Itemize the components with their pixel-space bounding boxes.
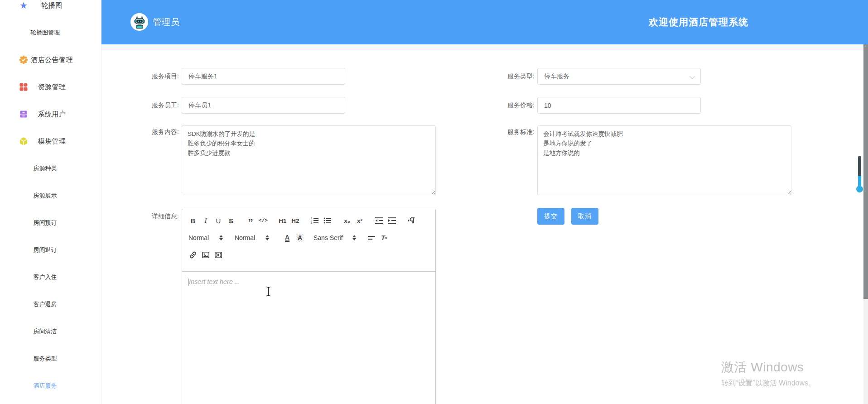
sidebar-item-customer-checkout[interactable]: 客户退房 [0,291,101,318]
sidebar-item-system-users[interactable]: 系统用户 [0,101,101,128]
sidebar-item-label: 房间退订 [7,246,83,254]
header-picker-value: Normal [235,234,255,241]
superscript-button[interactable]: x² [353,215,366,226]
size-picker[interactable]: Normal [187,234,225,241]
clean-format-button[interactable]: Tx [378,232,391,243]
toolbar-row-1: B I U S ” </> H1 H2 [187,214,431,227]
service-staff-input[interactable] [182,97,345,114]
service-standard-textarea[interactable]: 会计师考试就发你速度快减肥 是地方你说的发了 是地方你说的 [537,125,791,195]
italic-button[interactable]: I [199,215,212,226]
ordered-list-button[interactable]: 123 [309,215,321,226]
header-picker[interactable]: Normal [233,234,271,241]
subscript-button[interactable]: x₂ [341,215,353,226]
editor-caret [188,279,188,286]
scrollbar-thumb[interactable] [863,44,868,299]
sidebar-item-label: 房源展示 [7,192,83,200]
header-2-button[interactable]: H2 [289,215,302,226]
text-color-button[interactable]: A [281,232,294,243]
scroll-indicator-dot[interactable] [856,186,863,192]
sidebar-item-label: 房间清洁 [7,327,83,336]
toolbar-row-3 [187,248,431,262]
sidebar-item-label: 资源管理 [19,83,85,91]
picker-arrows-icon [219,235,223,240]
admin-username: 管理员 [153,0,180,44]
sidebar-item-label: 房源种类 [7,164,83,173]
service-content-label: 服务内容: [109,128,179,136]
underline-button[interactable]: U [212,215,225,226]
video-button[interactable] [212,250,225,260]
service-staff-label: 服务员工: [109,101,179,110]
background-color-button[interactable]: A [294,232,306,243]
sidebar: ★ 轮播图 轮播图管理 [0,0,101,404]
sidebar-item-label: 客户入住 [7,273,83,281]
rich-text-editor: B I U S ” </> H1 H2 [182,209,436,404]
sidebar-item-resource-manage[interactable]: 资源管理 [0,73,101,101]
editor-toolbar: B I U S ” </> H1 H2 [182,209,435,272]
sidebar-item-room-booking[interactable]: 房间预订 [0,209,101,236]
indent-button[interactable] [386,215,398,226]
service-content-textarea[interactable]: SDK防溺水的了开发的是 胜多负少的积分李女士的 胜多负少进度款 [182,125,436,195]
code-block-button[interactable]: </> [257,215,270,226]
font-picker[interactable]: Sans Serif [312,234,358,241]
sidebar-item-label: 服务类型 [7,355,83,363]
sidebar-item-carousel-manage[interactable]: 轮播图管理 [0,19,101,46]
size-picker-value: Normal [188,234,209,241]
editor-placeholder: Insert text here ... [189,278,240,285]
submit-button[interactable]: 提交 [537,208,564,225]
content-top-strip [101,44,863,50]
service-type-label: 服务类型: [462,72,535,81]
font-picker-value: Sans Serif [313,234,343,241]
sidebar-item-hotel-notice[interactable]: 酒店公告管理 [0,46,101,73]
bold-button[interactable]: B [187,215,199,226]
sidebar-item-label: 轮播图管理 [7,29,83,37]
picker-arrows-icon [265,235,269,240]
chevron-down-icon [690,75,694,79]
detail-info-label: 详细信息: [109,212,179,221]
strikethrough-button[interactable]: S [225,215,237,226]
cancel-button[interactable]: 取消 [571,208,598,225]
service-price-input[interactable] [537,97,701,114]
sidebar-item-label: 酒店公告管理 [19,56,85,64]
welcome-title: 欢迎使用酒店管理系统 [649,0,748,44]
hotel-admin-app: ★ 轮播图 轮播图管理 [0,0,868,404]
top-header: 管理员 欢迎使用酒店管理系统 [101,0,868,44]
header-1-button[interactable]: H1 [276,215,289,226]
sidebar-item-label: 模块管理 [19,137,85,146]
service-item-input[interactable] [182,68,345,85]
service-price-label: 服务价格: [462,101,535,110]
sidebar-item-room-display[interactable]: 房源展示 [0,182,101,209]
sidebar-item-label: 房间预订 [7,219,83,227]
scrollbar-track[interactable] [863,44,868,404]
sidebar-menu: ★ 轮播图 轮播图管理 [0,0,101,399]
svg-text:3: 3 [311,221,312,224]
outdent-button[interactable] [373,215,386,226]
sidebar-item-label: 酒店服务 [7,382,83,390]
sidebar-item-label: 客户退房 [7,300,83,308]
sidebar-item-label: 轮播图 [19,1,85,10]
toolbar-row-2: Normal Normal A A Sans Serif [187,229,431,246]
sidebar-item-label: 系统用户 [19,110,85,119]
bullet-list-button[interactable] [321,215,334,226]
blockquote-button[interactable]: ” [244,215,257,226]
image-button[interactable] [199,250,212,260]
sidebar-item-room-unbooking[interactable]: 房间退订 [0,236,101,264]
main-content: 服务项目: 服务类型: 停车服务 服务员工: 服务价格: 服务内容: SDK防溺… [101,44,863,404]
sidebar-item-room-type[interactable]: 房源种类 [0,155,101,182]
picker-arrows-icon [352,235,356,240]
sidebar-item-room-cleaning[interactable]: 房间清洁 [0,318,101,345]
editor-content-area[interactable]: Insert text here ... [182,272,435,292]
sidebar-item-service-type[interactable]: 服务类型 [0,345,101,372]
sidebar-item-customer-checkin[interactable]: 客户入住 [0,264,101,291]
scroll-indicator[interactable] [856,156,863,197]
sidebar-item-hotel-service[interactable]: 酒店服务 [0,372,101,399]
link-button[interactable] [187,250,199,260]
service-type-value: 停车服务 [544,72,569,81]
text-direction-button[interactable] [405,215,418,226]
sidebar-item-carousel[interactable]: ★ 轮播图 [0,0,101,19]
service-item-label: 服务项目: [109,72,179,81]
sidebar-item-module-manage[interactable]: 模块管理 [0,128,101,155]
robot-avatar-icon[interactable] [130,13,148,31]
service-type-select[interactable]: 停车服务 [537,68,701,85]
align-button[interactable] [365,232,378,243]
service-standard-label: 服务标准: [462,128,535,136]
